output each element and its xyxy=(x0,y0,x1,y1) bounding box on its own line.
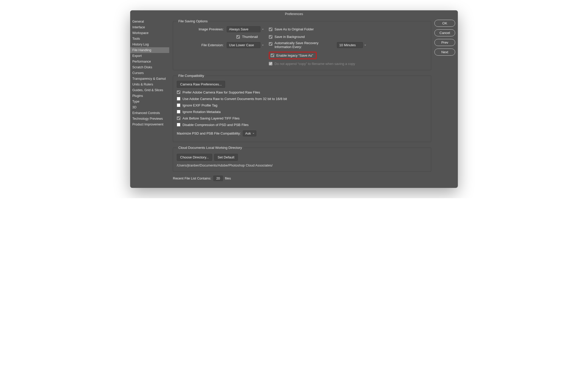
sidebar-item-plugins[interactable]: Plugins xyxy=(130,93,169,99)
sidebar-item-transparency-gamut[interactable]: Transparency & Gamut xyxy=(130,76,169,82)
sidebar-item-enhanced-controls[interactable]: Enhanced Controls xyxy=(130,110,169,116)
enable-legacy-save-as-checkbox[interactable]: Enable legacy “Save As” xyxy=(271,54,313,57)
sidebar-item-units-rulers[interactable]: Units & Rulers xyxy=(130,82,169,87)
window-title: Preferences xyxy=(130,10,458,18)
no-copy-suffix-checkbox: Do not append “copy” to filename when sa… xyxy=(269,62,368,66)
sidebar-item-workspace[interactable]: Workspace xyxy=(130,30,169,36)
sidebar-item-technology-previews[interactable]: Technology Previews xyxy=(130,116,169,122)
set-default-button[interactable]: Set Default xyxy=(214,154,238,161)
ask-tiff-checkbox[interactable]: Ask Before Saving Layered TIFF Files xyxy=(177,116,427,120)
sidebar-item-product-improvement[interactable]: Product Improvement xyxy=(130,122,169,127)
sidebar-item-scratch-disks[interactable]: Scratch Disks xyxy=(130,64,169,70)
maximize-compat-label: Maximize PSD and PSB File Compatibility: xyxy=(177,131,241,135)
recent-files-label-post: files xyxy=(225,176,231,180)
image-previews-label: Image Previews: xyxy=(177,27,224,31)
save-in-background-checkbox[interactable]: Save in Background xyxy=(269,35,334,39)
recent-files-label-pre: Recent File List Contains: xyxy=(173,176,211,180)
choose-directory-button[interactable]: Choose Directory... xyxy=(177,154,212,161)
cloud-working-directory-path: /Users/jtranber/Documents/Adobe/Photosho… xyxy=(177,163,427,167)
ignore-rotation-checkbox[interactable]: Ignore Rotation Metadata xyxy=(177,110,427,114)
cloud-documents-group: Cloud Documents Local Working Directory … xyxy=(173,146,431,172)
auto-save-checkbox[interactable]: Automatically Save Recovery Information … xyxy=(269,41,334,49)
sidebar-item-performance[interactable]: Performance xyxy=(130,59,169,64)
file-saving-group: File Saving Options Image Previews: Alwa… xyxy=(173,19,431,70)
window-body: GeneralInterfaceWorkspaceToolsHistory Lo… xyxy=(130,18,458,188)
auto-save-interval-select[interactable]: 10 Minutes xyxy=(337,42,368,48)
main-area: File Saving Options Image Previews: Alwa… xyxy=(169,18,458,188)
disable-compression-checkbox[interactable]: Disable Compression of PSD and PSB Files xyxy=(177,123,427,127)
file-extension-select[interactable]: Use Lower Case xyxy=(227,42,266,48)
sidebar-item-tools[interactable]: Tools xyxy=(130,36,169,42)
ignore-exif-checkbox[interactable]: Ignore EXIF Profile Tag xyxy=(177,103,427,107)
image-previews-select[interactable]: Always Save xyxy=(227,26,266,32)
save-as-original-checkbox[interactable]: Save As to Original Folder xyxy=(269,27,334,31)
sidebar-item-type[interactable]: Type xyxy=(130,99,169,104)
file-extension-label: File Extension: xyxy=(177,43,224,47)
sidebar-item-3d[interactable]: 3D xyxy=(130,104,169,110)
cloud-documents-legend: Cloud Documents Local Working Directory xyxy=(177,146,244,150)
file-compatibility-group: File Compatibility Camera Raw Preference… xyxy=(173,74,431,142)
camera-raw-preferences-button[interactable]: Camera Raw Preferences... xyxy=(177,81,225,88)
sidebar: GeneralInterfaceWorkspaceToolsHistory Lo… xyxy=(130,18,169,188)
thumbnail-checkbox[interactable]: Thumbnail xyxy=(227,35,266,39)
sidebar-item-guides-grid-slices[interactable]: Guides, Grid & Slices xyxy=(130,87,169,93)
sidebar-item-general[interactable]: General xyxy=(130,19,169,24)
prefer-acr-checkbox[interactable]: Prefer Adobe Camera Raw for Supported Ra… xyxy=(177,90,427,94)
recent-files-row: Recent File List Contains: files xyxy=(173,175,431,182)
file-compatibility-legend: File Compatibility xyxy=(177,74,206,78)
content: File Saving Options Image Previews: Alwa… xyxy=(173,19,431,183)
maximize-compat-select[interactable]: Ask xyxy=(243,130,256,136)
preferences-window: Preferences GeneralInterfaceWorkspaceToo… xyxy=(130,10,458,188)
next-button[interactable]: Next xyxy=(434,49,455,56)
sidebar-item-cursors[interactable]: Cursors xyxy=(130,70,169,76)
sidebar-item-file-handling[interactable]: File Handling xyxy=(130,47,169,53)
enable-legacy-highlight: Enable legacy “Save As” xyxy=(269,52,317,59)
recent-files-input[interactable] xyxy=(213,176,223,181)
sidebar-item-export[interactable]: Export xyxy=(130,53,169,59)
file-saving-legend: File Saving Options xyxy=(177,19,209,23)
ok-button[interactable]: OK xyxy=(434,20,455,27)
acr-convert-3216-checkbox[interactable]: Use Adobe Camera Raw to Convert Document… xyxy=(177,97,427,101)
prev-button[interactable]: Prev xyxy=(434,39,455,46)
sidebar-item-history-log[interactable]: History Log xyxy=(130,42,169,47)
cancel-button[interactable]: Cancel xyxy=(434,29,455,36)
actions-column: OK Cancel Prev Next xyxy=(434,19,455,183)
sidebar-item-interface[interactable]: Interface xyxy=(130,24,169,30)
